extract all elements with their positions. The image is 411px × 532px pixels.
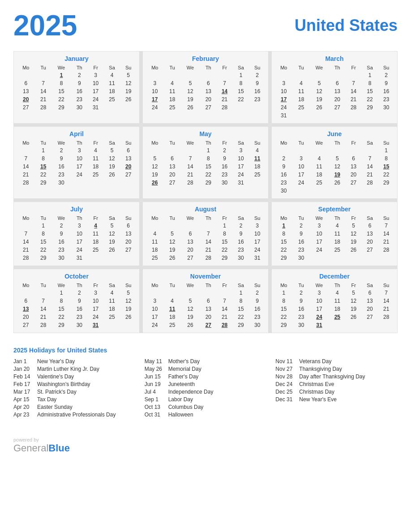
day-cell: 30 — [216, 179, 232, 187]
day-cell: 20 — [362, 305, 378, 313]
holiday-name: New Year's Eve — [299, 396, 337, 403]
day-cell: 8 — [233, 79, 249, 87]
day-cell — [309, 112, 329, 120]
day-cell — [216, 71, 232, 79]
table-row: 15161718192021 — [274, 238, 394, 246]
day-cell: 31 — [233, 179, 249, 187]
day-cell: 12 — [104, 154, 120, 163]
day-cell: 14 — [378, 297, 394, 305]
table-row: 891011121314 — [274, 297, 394, 305]
day-cell: 31 — [274, 112, 293, 120]
day-cell — [216, 289, 232, 297]
day-cell: 18 — [164, 313, 180, 321]
holiday-date: Dec 31 — [275, 396, 295, 403]
day-cell: 19 — [180, 313, 200, 321]
day-cell: 27 — [17, 103, 35, 112]
holiday-date: Nov 28 — [275, 373, 295, 380]
day-cell: 2 — [233, 222, 249, 230]
day-cell — [200, 289, 216, 297]
holiday-row: Jun 19Juneteenth — [145, 381, 267, 387]
day-cell: 21 — [362, 171, 378, 179]
day-cell: 14 — [216, 305, 232, 313]
table-row: 1234567 — [274, 289, 394, 297]
day-header: Sa — [362, 215, 378, 222]
holiday-date: Oct 13 — [145, 404, 165, 410]
day-header: Su — [249, 64, 265, 71]
day-header: Su — [120, 215, 137, 222]
day-cell: 22 — [274, 313, 293, 321]
day-cell: 8 — [35, 154, 51, 163]
month-table: MoTuWeThFrSaSu12345678910111213141516171… — [274, 139, 394, 195]
day-cell: 17 — [71, 163, 87, 171]
day-cell: 6 — [164, 154, 180, 163]
month-name: March — [274, 55, 394, 62]
day-cell: 17 — [71, 238, 87, 246]
day-cell: 25 — [87, 246, 103, 254]
day-cell: 9 — [274, 163, 293, 171]
day-cell: 16 — [71, 87, 87, 95]
day-cell — [17, 222, 35, 230]
day-cell: 14 — [200, 238, 216, 246]
day-cell: 2 — [274, 154, 293, 163]
day-header: We — [180, 139, 200, 146]
table-row: 293031 — [274, 321, 394, 329]
day-cell: 21 — [378, 238, 394, 246]
day-cell: 19 — [146, 171, 164, 179]
day-cell — [329, 187, 345, 195]
table-row: 15161718192021 — [274, 305, 394, 313]
day-cell: 29 — [274, 321, 293, 329]
day-cell: 5 — [146, 154, 164, 163]
table-row: 9101112131415 — [274, 163, 394, 171]
holiday-name: Veterans Day — [299, 358, 331, 365]
day-header: Mo — [274, 215, 293, 222]
day-cell: 29 — [362, 103, 378, 112]
day-cell: 5 — [309, 79, 329, 87]
day-cell: 10 — [274, 87, 293, 95]
holiday-name: Independence Day — [168, 389, 214, 395]
day-cell: 10 — [309, 297, 329, 305]
day-cell: 5 — [329, 154, 345, 163]
day-cell — [87, 254, 103, 262]
holiday-row: May 11Mother's Day — [145, 358, 267, 365]
day-cell: 3 — [233, 146, 249, 154]
day-cell: 18 — [329, 305, 345, 313]
footer: powered by GeneralBlue — [13, 437, 398, 454]
day-cell: 11 — [309, 163, 329, 171]
table-row: 23242526272829 — [274, 179, 394, 187]
day-cell: 28 — [216, 103, 232, 112]
day-cell: 16 — [249, 87, 265, 95]
day-cell — [345, 146, 361, 154]
day-cell: 16 — [293, 305, 309, 313]
table-row: 10111213141516 — [274, 87, 394, 95]
table-row: 3456789 — [146, 297, 265, 305]
day-cell: 23 — [51, 246, 71, 254]
table-row: 12 — [146, 289, 265, 297]
day-cell: 19 — [309, 95, 329, 103]
table-row: 22232425262728 — [274, 313, 394, 321]
day-cell: 23 — [378, 95, 394, 103]
day-header: Th — [71, 139, 87, 146]
day-cell: 19 — [104, 163, 120, 171]
day-cell — [87, 179, 103, 187]
holiday-name: Columbus Day — [168, 404, 204, 410]
holiday-row: Dec 31New Year's Eve — [275, 396, 398, 403]
day-cell: 3 — [146, 297, 164, 305]
day-cell — [17, 71, 35, 79]
day-cell: 16 — [233, 238, 249, 246]
day-cell: 12 — [120, 297, 137, 305]
day-cell: 24 — [309, 246, 329, 254]
day-cell: 6 — [362, 289, 378, 297]
day-header: Th — [329, 215, 345, 222]
day-cell: 15 — [200, 163, 216, 171]
day-cell: 6 — [362, 222, 378, 230]
holiday-row: Nov 27Thanksgiving Day — [275, 366, 398, 372]
day-header: We — [51, 282, 71, 289]
day-header: Fr — [87, 215, 103, 222]
day-cell — [200, 222, 216, 230]
month-name: September — [274, 206, 394, 213]
day-cell: 9 — [293, 230, 309, 238]
day-cell: 2 — [51, 146, 71, 154]
day-cell: 24 — [249, 246, 265, 254]
table-row: 12345 — [17, 71, 137, 79]
holiday-name: Day after Thanksgiving Day — [299, 373, 365, 380]
